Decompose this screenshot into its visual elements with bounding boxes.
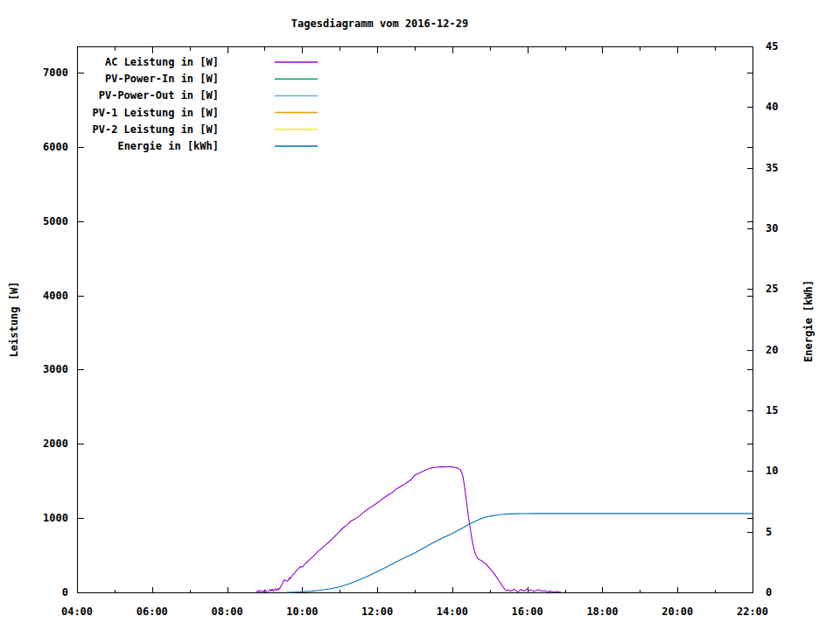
x-tick-label: 18:00	[586, 606, 618, 618]
series-path-ac-leistung-in-w-	[256, 466, 561, 592]
legend-label: PV-Power-In in [W]	[105, 73, 219, 85]
x-tick-label: 04:00	[61, 606, 93, 618]
y-left-tick-label: 6000	[43, 141, 68, 153]
y-right-tick-label: 30	[766, 222, 778, 234]
x-tick-label: 12:00	[361, 606, 393, 618]
y-right-tick-label: 40	[766, 101, 778, 113]
y-right-tick-label: 0	[766, 586, 772, 598]
y-right-tick-label: 15	[766, 404, 778, 416]
x-tick-label: 20:00	[662, 606, 693, 618]
y-left-tick-label: 2000	[43, 438, 68, 450]
legend-label: PV-2 Leistung in [W]	[93, 123, 220, 136]
x-tick-label: 08:00	[211, 606, 242, 618]
plot-canvas: 04:0006:0008:0010:0012:0014:0016:0018:00…	[0, 0, 840, 630]
tagesdiagramm-chart: Tagesdiagramm vom 2016-12-29 Leistung [W…	[0, 0, 840, 630]
y-left-tick-label: 7000	[43, 66, 68, 79]
legend-label: Energie in [kWh]	[117, 140, 219, 152]
y-left-tick-label: 4000	[43, 290, 68, 302]
y-right-tick-label: 5	[766, 526, 772, 538]
legend-label: PV-1 Leistung in [W]	[93, 107, 220, 119]
y-right-axis-title: Energie [kWh]	[802, 280, 815, 362]
legend-label: AC Leistung in [W]	[105, 56, 219, 68]
y-left-axis-title: Leistung [W]	[8, 282, 20, 358]
series-path-energie-in-kwh-	[286, 514, 752, 592]
y-left-tick-label: 1000	[43, 512, 68, 524]
x-tick-label: 10:00	[286, 606, 318, 618]
y-left-tick-label: 3000	[43, 363, 68, 375]
legend-label: PV-Power-Out in [W]	[99, 89, 219, 102]
chart-title: Tagesdiagramm vom 2016-12-29	[0, 18, 760, 30]
y-left-tick-label: 5000	[43, 215, 68, 228]
x-tick-label: 16:00	[512, 606, 543, 618]
x-tick-label: 14:00	[437, 606, 468, 618]
y-right-tick-label: 35	[766, 162, 778, 174]
y-right-tick-label: 25	[766, 283, 778, 295]
y-right-tick-label: 45	[766, 40, 778, 52]
y-right-tick-label: 20	[766, 344, 778, 356]
y-left-tick-label: 0	[62, 586, 68, 598]
x-tick-label: 22:00	[737, 606, 768, 618]
y-right-tick-label: 10	[766, 465, 778, 477]
x-tick-label: 06:00	[136, 606, 168, 618]
